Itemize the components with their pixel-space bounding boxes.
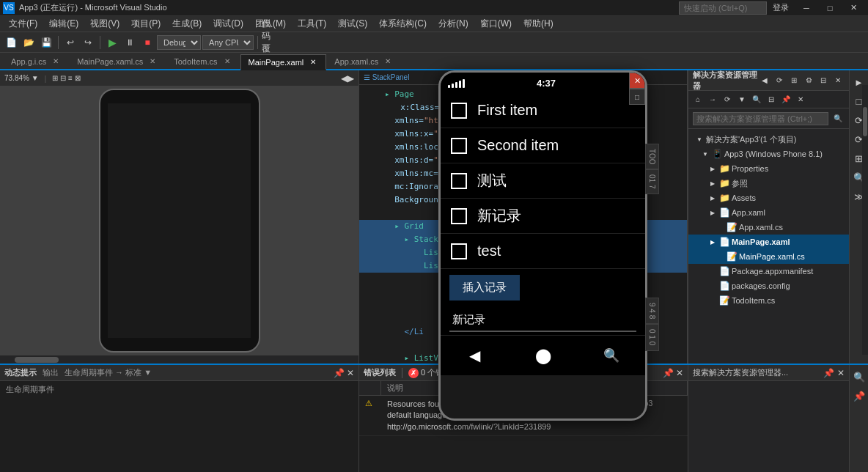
menu-help[interactable]: 帮助(H) [518,16,559,32]
phone-checkbox-5[interactable] [451,243,467,259]
tab-close-icon[interactable]: ✕ [383,56,393,67]
stop-btn[interactable]: ■ [139,34,155,51]
tab-app-gi-cs[interactable]: App.g.i.cs ✕ [3,53,69,69]
quick-search-input[interactable] [679,1,767,15]
tree-properties[interactable]: ▶ 📁 Properties [688,161,849,176]
output-label[interactable]: 输出 [43,367,59,378]
redo-btn[interactable]: ↪ [80,34,96,51]
menu-analyze[interactable]: 分析(N) [433,16,474,32]
login-label[interactable]: 登录 [773,2,789,13]
se-search-exec-btn[interactable]: 🔍 [831,112,845,125]
tab-close-icon[interactable]: ✕ [308,57,318,67]
phone-home-btn[interactable]: ⬤ [529,341,558,370]
sb-pin-icon[interactable]: 📌 [850,387,868,405]
v-label-tool[interactable]: TOO [645,144,659,169]
open-file-btn[interactable]: 📂 [21,34,37,51]
resize-handle[interactable]: ◀▶ [341,73,354,84]
tab-mainpage-xaml[interactable]: MainPage.xaml ✕ [240,54,327,70]
se-btn-1[interactable]: ◀ [758,74,771,87]
view-toggle[interactable]: ⊞ ⊟ ≡ ⊠ [52,74,80,82]
tree-mainpage-xaml[interactable]: ▶ 📄 MainPage.xaml [688,235,849,249]
menu-file[interactable]: 文件(F) [3,16,43,32]
se-btn-5[interactable]: ⊟ [817,74,830,87]
se-btn-close[interactable]: ✕ [831,74,845,87]
cpu-config-select[interactable]: Any CPU x86 ARM [202,35,254,50]
menu-debug[interactable]: 调试(D) [207,16,249,32]
se-nav-btn[interactable]: → [706,93,719,106]
menu-view[interactable]: 视图(V) [84,16,125,32]
code-coverage-btn[interactable]: 代码覆盖 [262,34,278,51]
sep2 [100,36,100,49]
phone-search-btn[interactable]: 🔍 [597,341,626,370]
debug-config-select[interactable]: Debug Release [157,35,201,50]
phone-checkbox-4[interactable] [451,208,467,224]
tree-mainpage-xaml-cs[interactable]: 📝 MainPage.xaml.cs [688,249,849,264]
menu-arch[interactable]: 体系结构(C) [373,16,433,32]
right-bottom-pin[interactable]: 📌 [823,368,834,378]
phone-item-text-4: 新记录 [477,206,521,226]
se-refresh-btn[interactable]: ⟳ [721,93,734,106]
phone-text-input[interactable] [449,309,636,332]
se-btn-2[interactable]: ⟳ [773,74,786,87]
start-btn[interactable]: ▶ [104,34,120,51]
pause-btn[interactable]: ⏸ [122,34,138,51]
se-filter-btn[interactable]: ▼ [735,93,749,106]
error-close-btn[interactable]: ✕ [676,368,683,378]
tree-packages-config[interactable]: 📄 packages.config [688,279,849,293]
maximize-button[interactable]: □ [818,0,842,16]
tab-close-icon[interactable]: ✕ [147,56,158,67]
menu-window[interactable]: 窗口(W) [474,16,518,32]
tab-bar: App.g.i.cs ✕ MainPage.xaml.cs ✕ TodoItem… [0,53,868,70]
tree-assets[interactable]: ▶ 📁 Assets [688,191,849,205]
v-label-010[interactable]: 0 1 0 [645,324,659,350]
se-home-btn[interactable]: ⌂ [691,93,705,106]
menu-project[interactable]: 项目(P) [125,16,166,32]
minimize-button[interactable]: ─ [795,0,818,16]
v-label-948[interactable]: 9 4 8 [645,298,659,324]
error-pin-btn[interactable]: 📌 [663,368,674,378]
tree-solution[interactable]: ▼ 解决方案'App3'(1 个项目) [688,132,849,147]
output-close-btn[interactable]: ✕ [347,368,354,378]
phone-checkbox-2[interactable] [451,138,467,154]
phone-checkbox-3[interactable] [451,173,467,189]
phone-maximize-btn[interactable]: □ [629,89,645,105]
tree-project[interactable]: ▼ 📱 App3 (Windows Phone 8.1) [688,147,849,161]
tab-todoitem-cs[interactable]: TodoItem.cs ✕ [166,53,240,69]
phone-input-area [441,306,645,335]
output-pin-btn[interactable]: 📌 [334,368,345,378]
se-search-btn[interactable]: 🔍 [750,93,763,106]
se-btn-4[interactable]: ⚙ [802,74,815,87]
phone-checkbox-1[interactable] [451,103,467,119]
menu-test[interactable]: 测试(S) [332,16,373,32]
phone-insert-button[interactable]: 插入记录 [449,275,520,300]
tab-close-icon[interactable]: ✕ [51,56,61,67]
right-bottom-close[interactable]: ✕ [837,368,845,378]
close-button[interactable]: ✕ [842,0,865,16]
tree-label: TodoItem.cs [732,296,775,305]
tree-package-manifest[interactable]: 📄 Package.appxmanifest [688,264,849,279]
new-file-btn[interactable]: 📄 [3,34,19,51]
menu-build[interactable]: 生成(B) [166,16,207,32]
tree-app-xaml-cs[interactable]: 📝 App.xaml.cs [688,220,849,235]
designer-hscroll[interactable] [0,355,358,364]
se-search-input[interactable] [693,112,828,125]
se-btn-3[interactable]: ⊞ [787,74,801,87]
output-controls: 📌 ✕ [334,368,354,378]
tab-app-xaml-cs[interactable]: App.xaml.cs ✕ [326,53,401,69]
tree-references[interactable]: ▶ 📁 参照 [688,176,849,191]
tree-app-xaml[interactable]: ▶ 📄 App.xaml [688,205,849,220]
tree-todoitem-cs[interactable]: 📝 TodoItem.cs [688,293,849,308]
se-collapse-btn[interactable]: ⊟ [765,93,778,106]
sb-search-icon[interactable]: 🔍 [850,368,868,386]
save-btn[interactable]: 💾 [38,34,54,51]
undo-btn[interactable]: ↩ [62,34,78,51]
se-pin-btn[interactable]: 📌 [779,93,792,106]
tab-close-icon[interactable]: ✕ [222,56,232,67]
menu-edit[interactable]: 编辑(E) [43,16,84,32]
v-label-017[interactable]: 01 7 [645,169,659,193]
phone-back-btn[interactable]: ◀ [460,341,490,370]
menu-tools[interactable]: 工具(T) [292,16,332,32]
phone-close-btn[interactable]: ✕ [629,73,645,89]
tab-mainpage-xaml-cs[interactable]: MainPage.xaml.cs ✕ [69,53,166,69]
se-close2-btn[interactable]: ✕ [794,93,807,106]
